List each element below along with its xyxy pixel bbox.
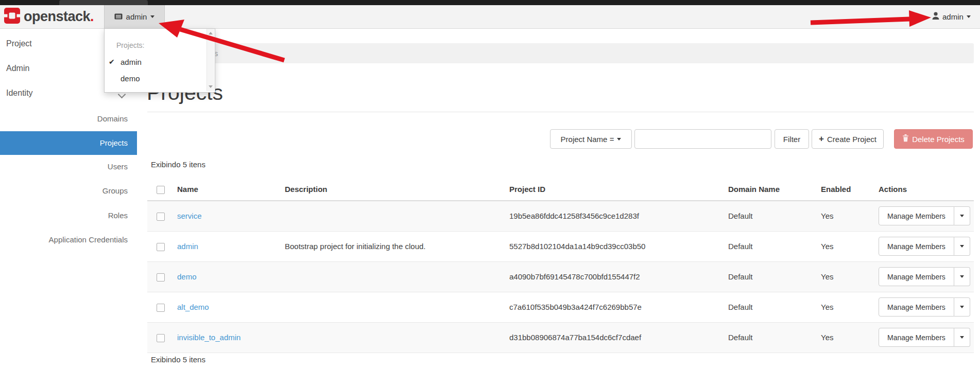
project-switcher-toggle[interactable]: admin <box>104 5 165 28</box>
row-checkbox[interactable] <box>157 213 165 221</box>
filter-field-selector[interactable]: Project Name = <box>550 129 632 149</box>
project-id: d31bb08906874a77ba154dc6cf7cdaef <box>509 323 641 353</box>
chevron-down-icon <box>967 15 971 18</box>
filter-field-label: Project Name = <box>561 135 614 144</box>
table-row: demo a4090b7bf69145478c700bfd155447f2 De… <box>147 262 974 292</box>
table-row: invisible_to_admin d31bb08906874a77ba154… <box>147 323 974 353</box>
domain-name: Default <box>728 201 753 231</box>
row-actions: Manage Members <box>879 206 970 225</box>
sidebar-item-application-credentials[interactable]: Application Credentials <box>0 235 128 244</box>
row-actions: Manage Members <box>879 328 970 347</box>
domain-name: Default <box>728 323 753 353</box>
delete-projects-button[interactable]: Delete Projects <box>894 129 973 149</box>
domain-name: Default <box>728 262 753 292</box>
openstack-dashboard: openstack. admin admin Project Admin Ide… <box>0 0 980 369</box>
enabled-value: Yes <box>821 292 833 322</box>
row-actions-dropdown-toggle[interactable] <box>954 297 970 317</box>
sidebar-item-groups[interactable]: Groups <box>0 186 128 195</box>
chevron-down-icon <box>960 245 964 248</box>
project-name-link[interactable]: invisible_to_admin <box>177 323 240 353</box>
manage-members-button[interactable]: Manage Members <box>879 297 954 317</box>
row-actions-dropdown-toggle[interactable] <box>954 328 970 347</box>
column-header-description: Description <box>285 179 328 200</box>
chevron-down-icon <box>960 306 964 308</box>
sidebar-item-users[interactable]: Users <box>0 162 128 171</box>
enabled-value: Yes <box>821 201 833 231</box>
plus-icon: + <box>819 134 824 144</box>
items-count-top: Exibindo 5 itens <box>151 160 205 169</box>
sidebar-item-admin[interactable]: Admin <box>6 64 29 73</box>
row-actions-dropdown-toggle[interactable] <box>954 267 970 286</box>
project-name-link[interactable]: alt_demo <box>177 292 209 322</box>
table-header-row: Name Description Project ID Domain Name … <box>147 179 974 201</box>
sidebar-item-domains[interactable]: Domains <box>0 114 128 123</box>
project-id: 5527b8d102104da1a14b9cd39cc03b50 <box>509 232 645 261</box>
project-switcher-dropdown: Projects: ✔ admin demo <box>104 28 215 93</box>
chevron-down-icon <box>617 138 621 140</box>
project-id: c7a610f535b049b3a424f7c6269bb57e <box>509 292 642 322</box>
user-menu-label: admin <box>942 12 964 21</box>
create-project-button[interactable]: + Create Project <box>812 129 884 149</box>
table-body: service 19b5ea86fddc41258f3456c9ce1d283f… <box>147 201 974 353</box>
project-id: 19b5ea86fddc41258f3456c9ce1d283f <box>509 201 639 231</box>
select-all-checkbox[interactable] <box>157 186 165 194</box>
dropdown-scrollbar[interactable] <box>207 29 214 91</box>
sidebar-item-roles[interactable]: Roles <box>0 211 128 220</box>
manage-members-button[interactable]: Manage Members <box>879 206 954 225</box>
items-count-bottom: Exibindo 5 itens <box>151 355 205 364</box>
manage-members-button[interactable]: Manage Members <box>879 328 954 347</box>
chevron-down-icon <box>150 15 154 18</box>
column-header-domain-name: Domain Name <box>728 179 780 200</box>
enabled-value: Yes <box>821 262 833 292</box>
dropdown-item-admin[interactable]: admin <box>121 58 142 66</box>
project-list-icon <box>114 12 123 21</box>
row-checkbox[interactable] <box>157 243 165 251</box>
dropdown-section-title: Projects: <box>116 41 144 49</box>
openstack-logo-icon <box>4 8 20 26</box>
table-row: alt_demo c7a610f535b049b3a424f7c6269bb57… <box>147 292 974 323</box>
scroll-up-icon <box>209 32 213 34</box>
column-header-actions: Actions <box>879 179 907 200</box>
dropdown-item-demo[interactable]: demo <box>121 74 140 83</box>
project-name-link[interactable]: demo <box>177 262 197 292</box>
row-actions: Manage Members <box>879 297 970 317</box>
row-checkbox[interactable] <box>157 334 165 342</box>
row-actions: Manage Members <box>879 237 970 256</box>
create-project-label: Create Project <box>827 135 876 144</box>
trash-icon <box>902 134 909 144</box>
row-checkbox[interactable] <box>157 304 165 312</box>
breadcrumb-bar: Identity » Projects <box>147 43 974 63</box>
chevron-down-icon <box>960 336 964 339</box>
row-actions: Manage Members <box>879 267 970 286</box>
brand-wordmark: openstack. <box>24 9 94 25</box>
sidebar-item-identity[interactable]: Identity <box>6 89 33 98</box>
enabled-value: Yes <box>821 232 833 261</box>
column-header-enabled: Enabled <box>821 179 851 200</box>
column-header-project-id: Project ID <box>509 179 545 200</box>
project-name-link[interactable]: admin <box>177 232 198 261</box>
project-id: a4090b7bf69145478c700bfd155447f2 <box>509 262 640 292</box>
row-checkbox[interactable] <box>157 273 165 282</box>
check-icon: ✔ <box>109 58 115 66</box>
row-actions-dropdown-toggle[interactable] <box>954 237 970 256</box>
table-row: service 19b5ea86fddc41258f3456c9ce1d283f… <box>147 201 974 232</box>
filter-button[interactable]: Filter <box>775 129 809 149</box>
row-actions-dropdown-toggle[interactable] <box>954 206 970 225</box>
manage-members-button[interactable]: Manage Members <box>879 267 954 286</box>
sidebar-item-projects-selected[interactable]: Projects <box>0 131 137 155</box>
filter-search-input[interactable] <box>634 129 771 149</box>
project-name-link[interactable]: service <box>177 201 202 231</box>
brand-logo[interactable]: openstack. <box>4 5 94 28</box>
domain-name: Default <box>728 292 753 322</box>
enabled-value: Yes <box>821 323 833 353</box>
sidebar-item-project[interactable]: Project <box>6 39 32 48</box>
delete-projects-label: Delete Projects <box>912 135 965 144</box>
manage-members-button[interactable]: Manage Members <box>879 237 954 256</box>
chevron-down-icon <box>960 275 964 278</box>
user-menu-toggle[interactable]: admin <box>932 5 971 28</box>
column-header-name[interactable]: Name <box>177 179 198 200</box>
title-divider <box>147 112 974 112</box>
user-icon <box>932 12 939 22</box>
domain-name: Default <box>728 232 753 261</box>
chevron-down-icon <box>960 215 964 217</box>
